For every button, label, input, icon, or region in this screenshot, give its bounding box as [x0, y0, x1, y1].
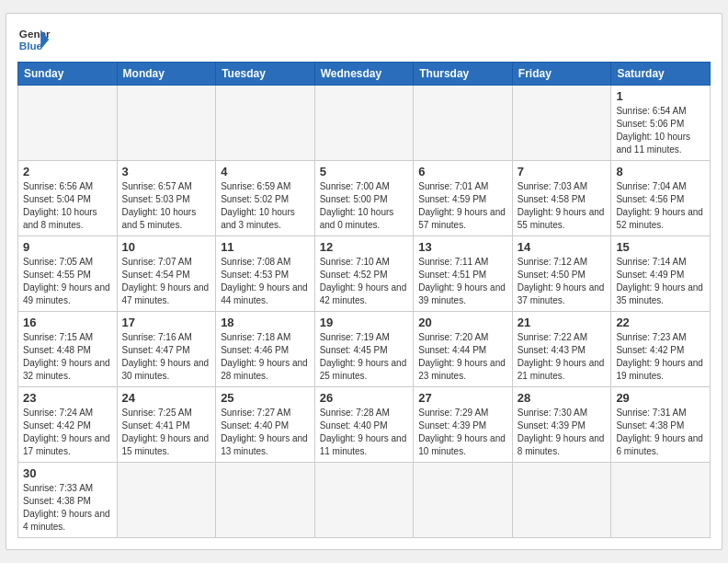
day-cell: [414, 463, 513, 538]
day-info: Sunrise: 7:08 AM Sunset: 4:53 PM Dayligh…: [221, 256, 310, 307]
day-cell: 23Sunrise: 7:24 AM Sunset: 4:42 PM Dayli…: [18, 387, 118, 463]
day-info: Sunrise: 7:07 AM Sunset: 4:54 PM Dayligh…: [122, 256, 211, 307]
day-info: Sunrise: 7:10 AM Sunset: 4:52 PM Dayligh…: [320, 256, 409, 307]
calendar-table: SundayMondayTuesdayWednesdayThursdayFrid…: [17, 62, 711, 538]
day-number: 20: [418, 316, 507, 329]
day-cell: 27Sunrise: 7:29 AM Sunset: 4:39 PM Dayli…: [414, 387, 513, 463]
day-info: Sunrise: 7:14 AM Sunset: 4:49 PM Dayligh…: [616, 256, 705, 307]
day-cell: 24Sunrise: 7:25 AM Sunset: 4:41 PM Dayli…: [117, 387, 216, 463]
day-number: 17: [122, 316, 211, 329]
day-number: 26: [320, 391, 409, 405]
weekday-sunday: Sunday: [18, 63, 118, 86]
day-cell: 20Sunrise: 7:20 AM Sunset: 4:44 PM Dayli…: [414, 312, 513, 387]
day-info: Sunrise: 7:28 AM Sunset: 4:40 PM Dayligh…: [320, 407, 409, 458]
day-number: 11: [221, 240, 310, 254]
day-cell: 26Sunrise: 7:28 AM Sunset: 4:40 PM Dayli…: [314, 387, 414, 463]
day-info: Sunrise: 7:12 AM Sunset: 4:50 PM Dayligh…: [518, 256, 607, 307]
day-info: Sunrise: 7:00 AM Sunset: 5:00 PM Dayligh…: [320, 180, 409, 232]
day-cell: 19Sunrise: 7:19 AM Sunset: 4:45 PM Dayli…: [314, 312, 414, 387]
day-cell: 14Sunrise: 7:12 AM Sunset: 4:50 PM Dayli…: [512, 236, 611, 312]
calendar-container: General Blue SundayMondayTuesdayWednesda…: [6, 13, 722, 550]
day-number: 4: [221, 165, 310, 178]
day-cell: [18, 86, 118, 161]
day-info: Sunrise: 7:16 AM Sunset: 4:47 PM Dayligh…: [122, 331, 211, 383]
day-cell: 13Sunrise: 7:11 AM Sunset: 4:51 PM Dayli…: [414, 236, 513, 312]
day-cell: [512, 86, 611, 161]
day-info: Sunrise: 7:25 AM Sunset: 4:41 PM Dayligh…: [122, 407, 211, 458]
day-cell: [314, 86, 414, 161]
logo-icon: General Blue: [17, 23, 51, 56]
calendar-header: General Blue: [17, 23, 711, 56]
week-row-1: 1Sunrise: 6:54 AM Sunset: 5:06 PM Daylig…: [18, 86, 711, 161]
day-number: 27: [418, 391, 507, 405]
week-row-3: 9Sunrise: 7:05 AM Sunset: 4:55 PM Daylig…: [18, 236, 711, 312]
day-info: Sunrise: 6:59 AM Sunset: 5:02 PM Dayligh…: [221, 180, 310, 232]
day-info: Sunrise: 7:05 AM Sunset: 4:55 PM Dayligh…: [23, 256, 112, 307]
day-cell: 30Sunrise: 7:33 AM Sunset: 4:38 PM Dayli…: [18, 463, 118, 538]
weekday-wednesday: Wednesday: [314, 63, 414, 86]
day-info: Sunrise: 6:57 AM Sunset: 5:03 PM Dayligh…: [122, 180, 211, 232]
day-cell: 15Sunrise: 7:14 AM Sunset: 4:49 PM Dayli…: [611, 236, 711, 312]
day-cell: 1Sunrise: 6:54 AM Sunset: 5:06 PM Daylig…: [611, 86, 711, 161]
day-info: Sunrise: 7:03 AM Sunset: 4:58 PM Dayligh…: [518, 180, 607, 232]
day-cell: 29Sunrise: 7:31 AM Sunset: 4:38 PM Dayli…: [611, 387, 711, 463]
day-cell: [512, 463, 611, 538]
weekday-header-row: SundayMondayTuesdayWednesdayThursdayFrid…: [18, 63, 711, 86]
week-row-2: 2Sunrise: 6:56 AM Sunset: 5:04 PM Daylig…: [18, 161, 711, 236]
day-info: Sunrise: 7:15 AM Sunset: 4:48 PM Dayligh…: [23, 331, 112, 383]
day-number: 29: [616, 391, 705, 405]
day-number: 18: [221, 316, 310, 329]
day-info: Sunrise: 7:04 AM Sunset: 4:56 PM Dayligh…: [616, 180, 705, 232]
day-number: 28: [518, 391, 607, 405]
day-cell: 5Sunrise: 7:00 AM Sunset: 5:00 PM Daylig…: [314, 161, 414, 236]
day-info: Sunrise: 7:19 AM Sunset: 4:45 PM Dayligh…: [320, 331, 409, 383]
day-number: 1: [616, 89, 705, 103]
day-number: 7: [518, 165, 607, 178]
day-cell: 6Sunrise: 7:01 AM Sunset: 4:59 PM Daylig…: [414, 161, 513, 236]
day-number: 21: [518, 316, 607, 329]
day-number: 8: [616, 165, 705, 178]
day-number: 9: [23, 240, 112, 254]
day-info: Sunrise: 6:54 AM Sunset: 5:06 PM Dayligh…: [616, 105, 705, 156]
day-cell: [216, 86, 315, 161]
weekday-thursday: Thursday: [414, 63, 513, 86]
day-cell: 21Sunrise: 7:22 AM Sunset: 4:43 PM Dayli…: [512, 312, 611, 387]
day-cell: 11Sunrise: 7:08 AM Sunset: 4:53 PM Dayli…: [216, 236, 315, 312]
logo: General Blue: [17, 23, 51, 56]
day-number: 6: [418, 165, 507, 178]
day-info: Sunrise: 7:33 AM Sunset: 4:38 PM Dayligh…: [23, 482, 112, 534]
day-cell: [117, 86, 216, 161]
day-cell: [611, 463, 711, 538]
weekday-monday: Monday: [117, 63, 216, 86]
day-number: 5: [320, 165, 409, 178]
day-cell: 16Sunrise: 7:15 AM Sunset: 4:48 PM Dayli…: [18, 312, 118, 387]
day-number: 19: [320, 316, 409, 329]
day-cell: 10Sunrise: 7:07 AM Sunset: 4:54 PM Dayli…: [117, 236, 216, 312]
day-number: 22: [616, 316, 705, 329]
day-info: Sunrise: 7:23 AM Sunset: 4:42 PM Dayligh…: [616, 331, 705, 383]
day-number: 23: [23, 391, 112, 405]
day-cell: 9Sunrise: 7:05 AM Sunset: 4:55 PM Daylig…: [18, 236, 118, 312]
day-cell: 12Sunrise: 7:10 AM Sunset: 4:52 PM Dayli…: [314, 236, 414, 312]
day-number: 14: [518, 240, 607, 254]
day-number: 2: [23, 165, 112, 178]
day-cell: [314, 463, 414, 538]
weekday-saturday: Saturday: [611, 63, 711, 86]
day-cell: [414, 86, 513, 161]
day-cell: [216, 463, 315, 538]
day-info: Sunrise: 7:31 AM Sunset: 4:38 PM Dayligh…: [616, 407, 705, 458]
day-number: 10: [122, 240, 211, 254]
day-info: Sunrise: 7:24 AM Sunset: 4:42 PM Dayligh…: [23, 407, 112, 458]
day-cell: 25Sunrise: 7:27 AM Sunset: 4:40 PM Dayli…: [216, 387, 315, 463]
day-info: Sunrise: 7:01 AM Sunset: 4:59 PM Dayligh…: [418, 180, 507, 232]
day-cell: 18Sunrise: 7:18 AM Sunset: 4:46 PM Dayli…: [216, 312, 315, 387]
day-info: Sunrise: 7:18 AM Sunset: 4:46 PM Dayligh…: [221, 331, 310, 383]
week-row-5: 23Sunrise: 7:24 AM Sunset: 4:42 PM Dayli…: [18, 387, 711, 463]
day-number: 25: [221, 391, 310, 405]
day-info: Sunrise: 7:11 AM Sunset: 4:51 PM Dayligh…: [418, 256, 507, 307]
day-info: Sunrise: 7:20 AM Sunset: 4:44 PM Dayligh…: [418, 331, 507, 383]
day-cell: 22Sunrise: 7:23 AM Sunset: 4:42 PM Dayli…: [611, 312, 711, 387]
day-cell: 2Sunrise: 6:56 AM Sunset: 5:04 PM Daylig…: [18, 161, 118, 236]
day-number: 15: [616, 240, 705, 254]
day-info: Sunrise: 7:27 AM Sunset: 4:40 PM Dayligh…: [221, 407, 310, 458]
